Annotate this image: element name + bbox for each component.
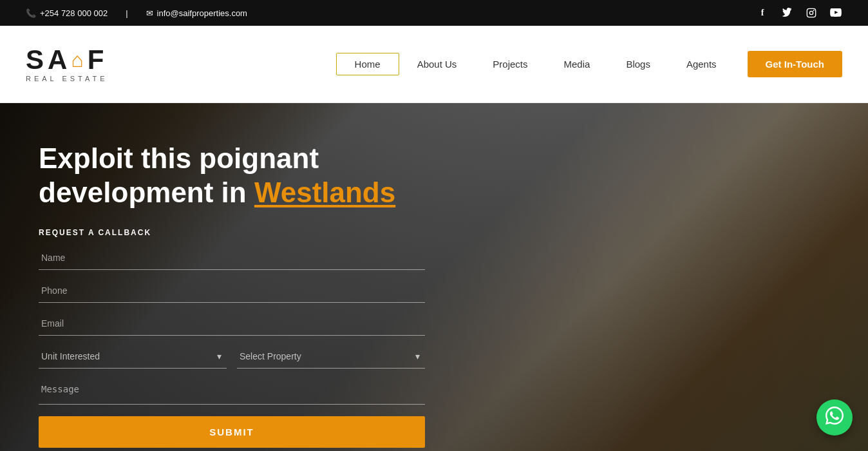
dropdowns-row: Unit Interested Studio 1 Bedroom 2 Bedro… bbox=[39, 345, 425, 369]
logo-saif: S bbox=[26, 46, 45, 73]
hero-section: Exploit this poignant development in Wes… bbox=[0, 103, 868, 451]
form-title: REQUEST A CALLBACK bbox=[39, 228, 425, 237]
logo-house-icon: ⌂ bbox=[71, 50, 84, 70]
email-icon: ✉ bbox=[146, 8, 153, 18]
logo-subtitle: REAL ESTATE bbox=[26, 75, 108, 82]
select-property-wrapper: Select Property Westlands Plaza Parkland… bbox=[237, 345, 425, 369]
instagram-icon[interactable] bbox=[805, 6, 818, 19]
message-textarea[interactable] bbox=[39, 378, 425, 405]
phone-icon: 📞 bbox=[26, 8, 36, 18]
phone-number[interactable]: +254 728 000 002 bbox=[40, 8, 108, 18]
nav-projects[interactable]: Projects bbox=[475, 53, 545, 75]
email-address[interactable]: info@saifproperties.com bbox=[157, 8, 247, 18]
svg-point-1 bbox=[809, 11, 813, 14]
callback-form: REQUEST A CALLBACK Unit Interested Studi… bbox=[39, 228, 425, 448]
submit-button[interactable]: SUBMIT bbox=[39, 416, 425, 448]
youtube-icon[interactable] bbox=[829, 6, 842, 19]
cta-button[interactable]: Get In-Touch bbox=[748, 51, 842, 77]
social-links: f bbox=[756, 6, 842, 19]
nav-blogs[interactable]: Blogs bbox=[608, 53, 668, 75]
nav-about[interactable]: About Us bbox=[399, 53, 475, 75]
svg-point-2 bbox=[813, 10, 815, 11]
hero-title: Exploit this poignant development in Wes… bbox=[39, 142, 425, 210]
unit-interested-wrapper: Unit Interested Studio 1 Bedroom 2 Bedro… bbox=[39, 345, 227, 369]
divider: | bbox=[126, 8, 127, 18]
twitter-icon[interactable] bbox=[780, 6, 793, 19]
email-input[interactable] bbox=[39, 312, 425, 336]
select-property-select[interactable]: Select Property Westlands Plaza Parkland… bbox=[237, 345, 425, 369]
main-nav: Home About Us Projects Media Blogs Agent… bbox=[336, 51, 842, 77]
top-bar: 📞 +254 728 000 002 | ✉ info@saifproperti… bbox=[0, 0, 868, 26]
whatsapp-button[interactable] bbox=[816, 399, 853, 436]
phone-input[interactable] bbox=[39, 279, 425, 303]
nav-home[interactable]: Home bbox=[336, 53, 399, 75]
header: SA⌂F REAL ESTATE Home About Us Projects … bbox=[0, 26, 868, 103]
phone-info: 📞 +254 728 000 002 bbox=[26, 8, 108, 18]
whatsapp-icon bbox=[824, 405, 845, 430]
hero-title-part1: Exploit this poignant bbox=[39, 142, 319, 174]
logo-text: SA⌂F bbox=[26, 46, 105, 73]
nav-agents[interactable]: Agents bbox=[668, 53, 735, 75]
logo[interactable]: SA⌂F REAL ESTATE bbox=[26, 46, 108, 82]
hero-title-part2: development in bbox=[39, 177, 254, 208]
email-info: ✉ info@saifproperties.com bbox=[146, 8, 247, 18]
facebook-icon[interactable]: f bbox=[756, 6, 769, 19]
hero-title-highlight: Westlands bbox=[254, 177, 395, 208]
hero-content: Exploit this poignant development in Wes… bbox=[0, 103, 868, 448]
svg-rect-0 bbox=[807, 8, 815, 17]
contact-info: 📞 +254 728 000 002 | ✉ info@saifproperti… bbox=[26, 8, 247, 18]
name-input[interactable] bbox=[39, 246, 425, 270]
unit-interested-select[interactable]: Unit Interested Studio 1 Bedroom 2 Bedro… bbox=[39, 345, 227, 369]
nav-media[interactable]: Media bbox=[546, 53, 609, 75]
